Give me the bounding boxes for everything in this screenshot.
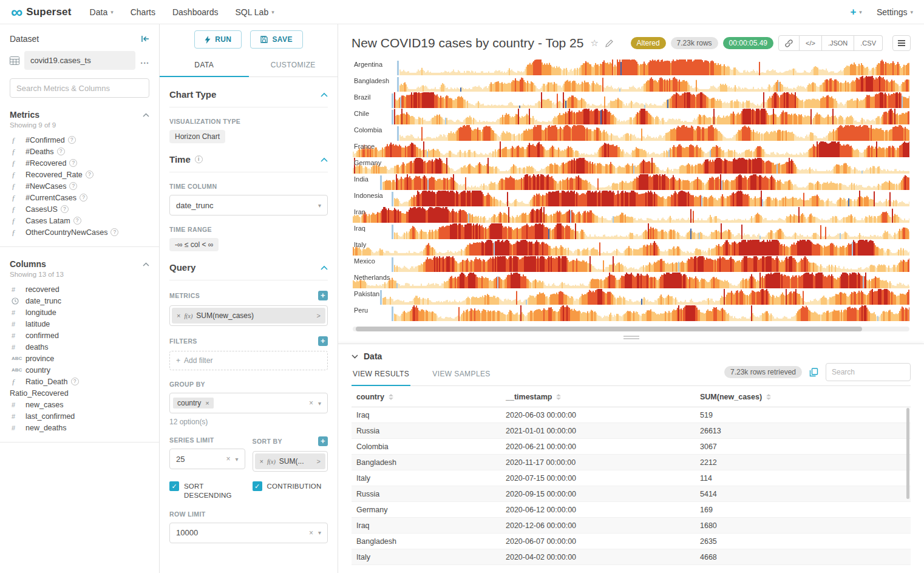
column-item[interactable]: ABCcountry bbox=[10, 364, 149, 376]
checkbox-checked-icon[interactable]: ✓ bbox=[169, 481, 179, 491]
search-metrics-columns-input[interactable] bbox=[10, 78, 149, 98]
save-button[interactable]: SAVE bbox=[250, 30, 302, 49]
row-limit-select[interactable]: 10000 × ▾ bbox=[169, 523, 328, 543]
horizon-series-row[interactable]: Argentina bbox=[353, 59, 909, 76]
column-item[interactable]: #confirmed bbox=[10, 330, 149, 341]
metric-item[interactable]: ƒCasesUS? bbox=[10, 203, 149, 215]
table-row[interactable]: Colombia2020-06-21 00:00:003067 bbox=[352, 439, 911, 455]
export-csv-button[interactable]: .CSV bbox=[854, 35, 883, 51]
add-sort-by-button[interactable]: + bbox=[318, 436, 328, 446]
table-row[interactable]: Bangladesh2020-11-17 00:00:002212 bbox=[352, 455, 911, 470]
table-row[interactable]: Iraq2020-12-06 00:00:001680 bbox=[352, 518, 911, 534]
remove-sort-by-icon[interactable]: × bbox=[260, 458, 263, 465]
chevron-up-icon[interactable] bbox=[321, 157, 328, 162]
chevron-up-icon[interactable] bbox=[321, 92, 328, 97]
horizon-series-row[interactable]: Colombia bbox=[353, 125, 909, 141]
table-column-header[interactable]: __timestamp bbox=[501, 387, 695, 407]
settings-menu[interactable]: Settings ▾ bbox=[877, 7, 913, 17]
copy-link-button[interactable] bbox=[778, 35, 800, 51]
table-column-header[interactable]: country bbox=[352, 387, 501, 407]
clear-icon[interactable]: × bbox=[226, 455, 230, 463]
nav-item-data[interactable]: Data▾ bbox=[90, 7, 114, 17]
chart-horizontal-scrollbar[interactable] bbox=[353, 327, 909, 331]
altered-badge[interactable]: Altered bbox=[631, 37, 666, 49]
horizon-series-row[interactable]: Germany bbox=[353, 158, 909, 174]
group-by-pill[interactable]: country × bbox=[173, 398, 214, 409]
column-item[interactable]: date_trunc bbox=[10, 295, 149, 307]
horizon-series-row[interactable]: Iran bbox=[353, 207, 909, 223]
collapse-panel-icon[interactable] bbox=[141, 35, 149, 42]
column-item[interactable]: #latitude bbox=[10, 318, 149, 330]
table-row[interactable]: Russia2020-09-15 00:00:005414 bbox=[352, 486, 911, 502]
results-panel-header[interactable]: Data bbox=[352, 351, 911, 361]
chevron-down-icon[interactable] bbox=[352, 354, 358, 359]
superset-logo[interactable]: ∞ Superset bbox=[11, 4, 72, 21]
help-icon[interactable]: ? bbox=[86, 171, 93, 178]
copy-to-clipboard-icon[interactable] bbox=[809, 368, 818, 377]
help-icon[interactable]: ? bbox=[73, 217, 81, 225]
table-column-header[interactable]: SUM(new_cases) bbox=[695, 387, 911, 407]
results-search-input[interactable] bbox=[826, 363, 911, 381]
table-row[interactable]: Iraq2020-06-03 00:00:00519 bbox=[352, 407, 911, 423]
group-by-select[interactable]: country × × ▾ bbox=[169, 393, 328, 413]
help-icon[interactable]: ? bbox=[80, 194, 87, 202]
column-item[interactable]: #new_deaths bbox=[10, 422, 149, 433]
series-limit-select[interactable]: 25 × ▾ bbox=[169, 449, 245, 469]
nav-item-sql-lab[interactable]: SQL Lab▾ bbox=[235, 7, 274, 17]
favorite-star-icon[interactable]: ☆ bbox=[590, 38, 598, 49]
metric-item[interactable]: ƒCases Latam? bbox=[10, 215, 149, 226]
help-icon[interactable]: ? bbox=[68, 136, 76, 144]
query-header[interactable]: Query bbox=[169, 262, 328, 280]
add-filter-plus-button[interactable]: + bbox=[318, 336, 328, 346]
tab-view-results[interactable]: VIEW RESULTS bbox=[352, 362, 410, 385]
more-options-menu-icon[interactable] bbox=[892, 35, 911, 51]
horizon-series-row[interactable]: Brazil bbox=[353, 92, 909, 109]
metric-item[interactable]: ƒOtherCountryNewCases? bbox=[10, 226, 149, 238]
metric-pill[interactable]: × f(x) SUM(new_cases) > bbox=[172, 308, 325, 324]
horizon-series-row[interactable]: Chile bbox=[353, 109, 909, 125]
column-item[interactable]: #recovered bbox=[10, 283, 149, 295]
help-icon[interactable]: ? bbox=[69, 182, 77, 190]
column-item[interactable]: ABCprovince bbox=[10, 353, 149, 364]
nav-item-dashboards[interactable]: Dashboards bbox=[172, 7, 219, 17]
sort-icon[interactable] bbox=[556, 394, 561, 400]
metric-item[interactable]: ƒ#CurrentCases? bbox=[10, 192, 149, 203]
remove-metric-icon[interactable]: × bbox=[177, 312, 180, 319]
table-row[interactable]: Bangladesh2020-06-07 00:00:002635 bbox=[352, 534, 911, 549]
horizon-series-row[interactable]: Iraq bbox=[353, 223, 909, 240]
column-item[interactable]: #last_confirmed bbox=[10, 410, 149, 422]
sort-by-pill[interactable]: × f(x) SUM(... > bbox=[255, 453, 326, 469]
chevron-up-icon[interactable] bbox=[321, 265, 328, 270]
contribution-checkbox[interactable]: ✓ CONTRIBUTION bbox=[253, 481, 328, 500]
table-row[interactable]: Italy2020-07-15 00:00:00114 bbox=[352, 470, 911, 486]
embed-code-button[interactable]: </> bbox=[800, 35, 822, 51]
tab-data[interactable]: DATA bbox=[160, 54, 249, 76]
tab-view-samples[interactable]: VIEW SAMPLES bbox=[431, 362, 492, 385]
horizon-series-row[interactable]: Pakistan bbox=[353, 289, 909, 305]
tab-customize[interactable]: CUSTOMIZE bbox=[249, 54, 338, 76]
horizon-series-row[interactable]: Mexico bbox=[353, 256, 909, 273]
help-icon[interactable]: ? bbox=[57, 147, 65, 155]
column-item[interactable]: Ratio_Recovered bbox=[10, 387, 149, 399]
time-column-select[interactable]: date_trunc ▾ bbox=[169, 195, 328, 215]
scrollbar-thumb[interactable] bbox=[356, 327, 862, 331]
add-filter-box[interactable]: + Add filter bbox=[169, 351, 328, 370]
metric-item[interactable]: ƒ#Confirmed? bbox=[10, 134, 149, 146]
horizon-series-row[interactable]: India bbox=[353, 174, 909, 191]
help-icon[interactable]: ? bbox=[71, 378, 79, 385]
edit-title-icon[interactable] bbox=[605, 39, 613, 47]
metrics-section-header[interactable]: Metrics bbox=[10, 110, 149, 120]
horizon-series-row[interactable]: Bangladesh bbox=[353, 76, 909, 92]
nav-item-charts[interactable]: Charts bbox=[131, 7, 155, 17]
horizon-series-row[interactable]: Italy bbox=[353, 240, 909, 256]
sort-descending-checkbox[interactable]: ✓ SORT DESCENDING bbox=[169, 481, 245, 500]
sort-icon[interactable] bbox=[389, 394, 393, 400]
time-header[interactable]: Time i bbox=[169, 154, 328, 172]
column-item[interactable]: #deaths bbox=[10, 341, 149, 353]
horizon-series-row[interactable]: Peru bbox=[353, 305, 909, 322]
chart-type-header[interactable]: Chart Type bbox=[169, 89, 328, 107]
table-row[interactable]: Germany2020-06-12 00:00:00169 bbox=[352, 502, 911, 518]
metric-item[interactable]: ƒ#Recovered? bbox=[10, 157, 149, 169]
table-row[interactable]: Italy2020-04-02 00:00:004668 bbox=[352, 549, 911, 565]
chevron-up-icon[interactable] bbox=[143, 262, 149, 266]
